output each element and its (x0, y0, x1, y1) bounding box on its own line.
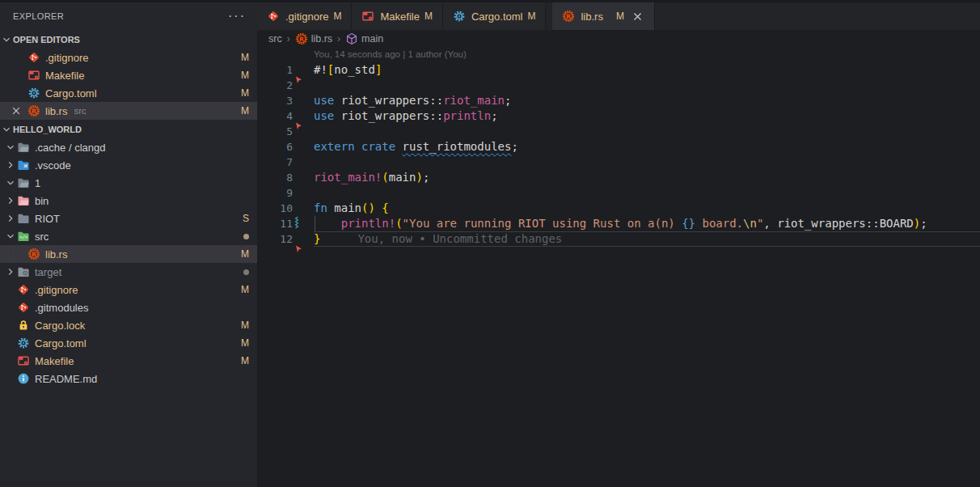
red-arrow-icon (293, 108, 314, 124)
file-label: Cargo.toml (45, 87, 97, 100)
line-content[interactable]: use riot_wrappers::riot_main; (314, 93, 980, 108)
tab-Makefile[interactable]: MakefileM (352, 2, 442, 30)
code-line-2[interactable]: 2 (257, 78, 980, 93)
folder-open-icon (17, 141, 30, 154)
code-line-5[interactable]: 5 (257, 124, 980, 139)
line-number[interactable]: 1 (257, 62, 293, 78)
more-actions-icon[interactable]: ··· (228, 12, 246, 20)
code-line-11[interactable]: 11 println!("You are running RIOT using … (257, 216, 980, 231)
code-line-12[interactable]: 12}You, now • Uncommitted changes (257, 231, 980, 247)
line-number[interactable]: 9 (257, 185, 293, 201)
tree-item-.vscode[interactable]: .vscode (0, 156, 257, 174)
code-line-1[interactable]: 1#![no_std] (257, 62, 980, 78)
open-editor-item-Cargo.toml[interactable]: Cargo.tomlM (0, 84, 257, 102)
breadcrumb-item-src[interactable]: src (268, 33, 282, 44)
red-arrow-icon (293, 62, 314, 78)
breadcrumb-item-lib.rs[interactable]: Rlib.rs (295, 32, 332, 45)
folder-icon (17, 212, 30, 225)
tree-item-bin[interactable]: bin (0, 192, 257, 210)
close-icon[interactable] (631, 10, 644, 23)
line-number[interactable]: 12 (257, 231, 293, 247)
modified-gutter-icon (293, 216, 314, 231)
svg-text:R: R (32, 108, 36, 115)
breadcrumb-item-main[interactable]: main (345, 32, 383, 45)
folder-modified-dot (243, 269, 249, 275)
code-line-4[interactable]: 4use riot_wrappers::println; (257, 108, 980, 124)
line-number[interactable]: 2 (257, 78, 293, 93)
tree-item-lib.rs[interactable]: Rlib.rsM (0, 245, 257, 263)
info-icon (17, 372, 30, 385)
line-number[interactable]: 11 (257, 216, 293, 231)
close-icon[interactable] (10, 104, 23, 117)
chevron-right-icon (4, 212, 17, 225)
line-number[interactable]: 4 (257, 108, 293, 124)
section-open-editors[interactable]: OPEN EDITORS (0, 30, 257, 49)
breadcrumb-separator: › (287, 33, 290, 44)
code-line-6[interactable]: 6extern crate rust_riotmodules; (257, 139, 980, 155)
chevron-down-icon (4, 141, 17, 154)
line-number[interactable]: 3 (257, 93, 293, 108)
line-number[interactable]: 5 (257, 124, 293, 139)
tab-label: .gitignore (285, 11, 328, 23)
code-editor[interactable]: 1#![no_std]23use riot_wrappers::riot_mai… (257, 62, 980, 487)
tree-item-1[interactable]: 1 (0, 174, 257, 192)
tab-.gitignore[interactable]: .gitignoreM (257, 2, 352, 30)
line-content[interactable] (314, 78, 980, 93)
open-editor-item-.gitignore[interactable]: .gitignoreM (0, 49, 257, 66)
line-number[interactable]: 6 (257, 139, 293, 155)
tree-item-.gitignore[interactable]: .gitignoreM (0, 281, 257, 299)
file-label: .gitignore (35, 284, 78, 296)
tree-item-RIOT[interactable]: RIOTS (0, 210, 257, 227)
line-content[interactable]: println!("You are running RIOT using Rus… (314, 216, 980, 231)
file-label: .gitignore (45, 52, 88, 64)
tree-item-.gitmodules[interactable]: .gitmodules (0, 299, 257, 316)
line-number[interactable]: 10 (257, 201, 293, 216)
line-content[interactable]: riot_main!(main); (314, 170, 980, 185)
code-line-10[interactable]: 10fn main() { (257, 201, 980, 216)
code-token: () (361, 201, 375, 214)
line-content[interactable]: use riot_wrappers::println; (314, 108, 980, 124)
line-content[interactable]: extern crate rust_riotmodules; (314, 139, 980, 155)
file-label: lib.rs (45, 105, 67, 117)
code-token: riot_main (443, 94, 505, 107)
section-hello-world[interactable]: HELLO_WORLD (0, 120, 257, 138)
blame-annotation: You, 14 seconds ago | 1 author (You) (257, 48, 980, 62)
svg-text:R: R (32, 251, 36, 258)
git-status-badge: M (241, 87, 249, 99)
code-line-7[interactable]: 7 (257, 155, 980, 170)
git-status-badge: M (241, 70, 249, 81)
code-token: ; (505, 94, 511, 107)
line-content[interactable] (314, 124, 980, 139)
git-icon (267, 10, 280, 23)
file-label: Cargo.toml (35, 337, 87, 349)
line-content[interactable]: #![no_std] (314, 62, 980, 78)
line-content[interactable]: }You, now • Uncommitted changes (314, 231, 980, 247)
tree-item-Makefile[interactable]: MakefileM (0, 352, 257, 370)
tree-item-Cargo.toml[interactable]: Cargo.tomlM (0, 334, 257, 352)
chevron-down-icon (0, 33, 13, 46)
code-line-8[interactable]: 8riot_main!(main); (257, 170, 980, 185)
tab-label: Makefile (380, 11, 419, 23)
tree-item-README.md[interactable]: README.md (0, 370, 257, 387)
line-number[interactable]: 7 (257, 155, 293, 170)
code-line-3[interactable]: 3use riot_wrappers::riot_main; (257, 93, 980, 108)
open-editor-item-lib.rs[interactable]: Rlib.rssrcM (0, 102, 257, 120)
file-tree: .cache / clangd.vscode1binRIOTS</>srcRli… (0, 138, 257, 387)
tab-lib.rs[interactable]: Rlib.rsM (552, 2, 654, 30)
tree-item-src[interactable]: </>src (0, 227, 257, 245)
tree-item-.cache-clangd[interactable]: .cache / clangd (0, 138, 257, 156)
line-content[interactable] (314, 185, 980, 201)
open-editor-item-Makefile[interactable]: MakefileM (0, 66, 257, 84)
tree-item-target[interactable]: target (0, 263, 257, 281)
tree-item-Cargo.lock[interactable]: Cargo.lockM (0, 316, 257, 334)
tab-Cargo.toml[interactable]: Cargo.tomlM (443, 2, 547, 30)
gutter-margin (293, 201, 314, 216)
code-line-9[interactable]: 9 (257, 185, 980, 201)
code-token: BOARD (880, 217, 914, 230)
file-label: .vscode (35, 159, 71, 172)
line-number[interactable]: 8 (257, 170, 293, 185)
line-content[interactable] (314, 155, 980, 170)
folder-modified-dot (243, 234, 249, 239)
line-content[interactable]: fn main() { (314, 201, 980, 216)
file-label: 1 (35, 177, 40, 189)
